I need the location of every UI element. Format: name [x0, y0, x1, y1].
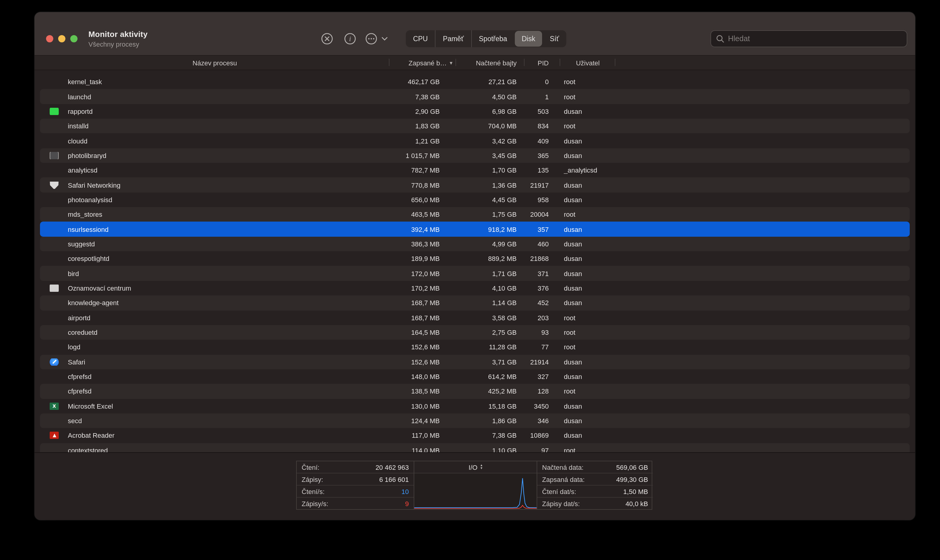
- io-popup-button[interactable]: I/O ▴▾: [414, 461, 536, 474]
- minimize-window-button[interactable]: [58, 35, 65, 42]
- user-cell: dusan: [560, 137, 615, 145]
- read-bytes-cell: 4,99 GB: [456, 240, 524, 248]
- window-subtitle: Všechny procesy: [88, 40, 148, 48]
- more-options-button[interactable]: [365, 32, 378, 45]
- column-header-spacer: [615, 56, 910, 69]
- written-bytes-cell: 7,38 GB: [390, 93, 456, 100]
- pid-cell: 452: [524, 299, 560, 307]
- table-row[interactable]: coreduetd164,5 MB2,75 GB93root: [40, 325, 910, 340]
- column-header-written-bytes[interactable]: Zapsané b… ▾: [390, 56, 456, 69]
- process-name-cell: bird: [40, 270, 390, 277]
- user-cell: dusan: [560, 432, 615, 439]
- read-bytes-cell: 704,0 MB: [456, 122, 524, 129]
- table-row[interactable]: Microsoft Excel130,0 MB15,18 GB3450dusan: [40, 398, 910, 414]
- user-cell: root: [560, 329, 615, 336]
- process-name: Oznamovací centrum: [68, 285, 131, 292]
- table-row[interactable]: contextstored114,0 MB1,10 GB97root: [40, 443, 910, 452]
- pid-cell: 3450: [524, 402, 560, 409]
- process-name: knowledge-agent: [68, 299, 119, 307]
- tab-disk[interactable]: Disk: [515, 31, 542, 47]
- process-table-body: kernel_task462,17 GB27,21 GB0rootlaunchd…: [40, 74, 910, 452]
- written-bytes-cell: 114,0 MB: [390, 447, 456, 452]
- close-window-button[interactable]: [46, 35, 53, 42]
- pid-cell: 460: [524, 240, 560, 248]
- table-row[interactable]: suggestd386,3 MB4,99 GB460dusan: [40, 237, 910, 252]
- stat-value: 1,50 MB: [623, 488, 648, 495]
- table-row[interactable]: kernel_task462,17 GB27,21 GB0root: [40, 74, 910, 89]
- zoom-window-button[interactable]: [70, 35, 77, 42]
- table-row[interactable]: cfprefsd148,0 MB614,2 MB327dusan: [40, 369, 910, 384]
- process-name: kernel_task: [68, 78, 102, 85]
- table-row[interactable]: cloudd1,21 GB3,42 GB409dusan: [40, 134, 910, 148]
- read-bytes-cell: 1,36 GB: [456, 181, 524, 189]
- table-row[interactable]: bird172,0 MB1,71 GB371dusan: [40, 266, 910, 281]
- process-name-cell: kernel_task: [40, 78, 390, 85]
- stat-label: Zapsaná data:: [542, 475, 585, 483]
- column-header-pid-label: PID: [538, 59, 549, 66]
- column-header-process-name[interactable]: Název procesu: [40, 56, 390, 69]
- table-row[interactable]: airportd168,7 MB3,58 GB203root: [40, 310, 910, 325]
- table-row[interactable]: nsurlsessiond392,4 MB918,2 MB357dusan: [40, 222, 910, 237]
- excel-app-icon: [50, 402, 59, 409]
- io-activity-graph: [414, 474, 536, 509]
- process-name: mds_stores: [68, 211, 102, 218]
- user-cell: root: [560, 122, 615, 129]
- table-row[interactable]: knowledge-agent168,7 MB1,14 GB452dusan: [40, 295, 910, 310]
- search-input[interactable]: [728, 34, 902, 43]
- read-bytes-cell: 1,10 GB: [456, 447, 524, 452]
- info-circle-icon: i: [344, 32, 357, 45]
- tab-pamet[interactable]: Paměť: [435, 30, 471, 47]
- process-name: installd: [68, 122, 89, 129]
- table-row[interactable]: photolibraryd1 015,7 MB3,45 GB365dusan: [40, 148, 910, 163]
- read-bytes-cell: 1,70 GB: [456, 166, 524, 174]
- user-cell: dusan: [560, 196, 615, 203]
- table-row[interactable]: logd152,6 MB11,28 GB77root: [40, 340, 910, 354]
- pid-cell: 21914: [524, 358, 560, 365]
- table-row[interactable]: Oznamovací centrum170,2 MB4,10 GB376dusa…: [40, 281, 910, 296]
- table-row[interactable]: rapportd2,90 GB6,98 GB503dusan: [40, 104, 910, 118]
- pid-cell: 21917: [524, 181, 560, 189]
- column-header-pid[interactable]: PID: [524, 56, 560, 69]
- table-row[interactable]: installd1,83 GB704,0 MB834root: [40, 118, 910, 134]
- table-row[interactable]: cfprefsd138,5 MB425,2 MB128root: [40, 384, 910, 398]
- process-name: secd: [68, 417, 82, 425]
- pid-cell: 371: [524, 270, 560, 277]
- table-row[interactable]: launchd7,38 GB4,50 GB1root: [40, 89, 910, 104]
- shield-app-icon: [50, 181, 59, 189]
- table-row[interactable]: photoanalysisd656,0 MB4,45 GB958dusan: [40, 192, 910, 207]
- written-bytes-cell: 2,90 GB: [390, 108, 456, 115]
- process-name-cell: installd: [40, 122, 390, 129]
- table-row[interactable]: mds_stores463,5 MB1,75 GB20004root: [40, 207, 910, 222]
- inspect-process-button[interactable]: i: [344, 32, 357, 45]
- pid-cell: 0: [524, 78, 560, 85]
- column-header-read-bytes[interactable]: Načtené bajty: [456, 56, 524, 69]
- process-name-cell: Safari: [40, 358, 390, 365]
- tab-spotreba[interactable]: Spotřeba: [471, 30, 514, 47]
- process-name: suggestd: [68, 240, 95, 248]
- table-row[interactable]: Acrobat Reader117,0 MB7,38 GB10869dusan: [40, 428, 910, 443]
- table-row[interactable]: analyticsd782,7 MB1,70 GB135_analyticsd: [40, 163, 910, 178]
- process-name-cell: Safari Networking: [40, 181, 390, 189]
- toolbar: Monitor aktivity Všechny procesy i: [34, 12, 915, 56]
- process-name-cell: corespotlightd: [40, 255, 390, 262]
- table-row[interactable]: secd124,4 MB1,86 GB346dusan: [40, 414, 910, 428]
- tab-cpu[interactable]: CPU: [406, 30, 435, 47]
- stat-row: Čtení:20 462 963: [297, 461, 414, 474]
- read-bytes-cell: 2,75 GB: [456, 329, 524, 336]
- table-row[interactable]: Safari Networking770,8 MB1,36 GB21917dus…: [40, 178, 910, 192]
- user-cell: root: [560, 93, 615, 100]
- stop-process-button[interactable]: [321, 32, 334, 45]
- user-cell: dusan: [560, 108, 615, 115]
- tab-sit[interactable]: Síť: [542, 30, 566, 47]
- search-field[interactable]: [710, 30, 907, 47]
- table-row[interactable]: corespotlightd189,9 MB889,2 MB21868dusan: [40, 251, 910, 266]
- popup-stepper-icon: ▴▾: [481, 464, 482, 470]
- column-header-user[interactable]: Uživatel: [560, 56, 615, 69]
- io-popup-label: I/O: [468, 463, 477, 471]
- table-row[interactable]: Safari152,6 MB3,71 GB21914dusan: [40, 354, 910, 369]
- process-name: cfprefsd: [68, 373, 91, 380]
- process-name-cell: Microsoft Excel: [40, 402, 390, 409]
- process-name-cell: coreduetd: [40, 329, 390, 336]
- user-cell: dusan: [560, 402, 615, 409]
- user-cell: root: [560, 447, 615, 452]
